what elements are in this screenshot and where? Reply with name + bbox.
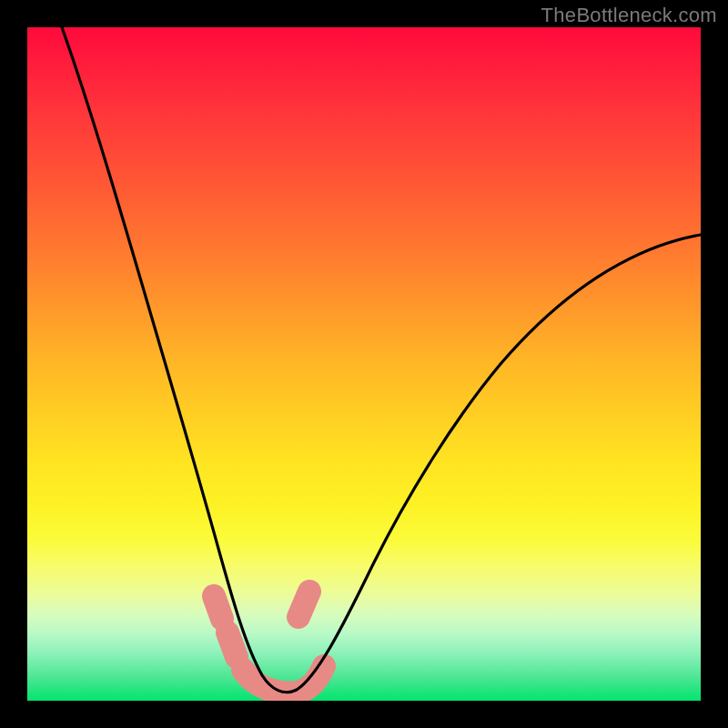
optimal-range-highlight	[214, 592, 324, 693]
watermark-label: TheBottleneck.com	[541, 4, 717, 27]
chart-svg	[27, 27, 701, 701]
bottleneck-curve	[62, 27, 701, 693]
chart-frame: TheBottleneck.com	[0, 0, 728, 728]
plot-area	[27, 27, 701, 701]
